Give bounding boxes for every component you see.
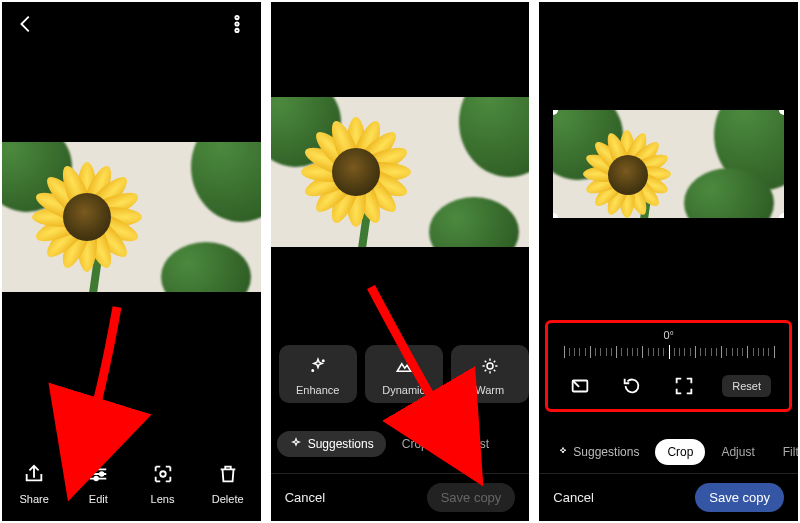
svg-point-7 <box>322 360 324 362</box>
rotation-ruler[interactable] <box>564 344 774 364</box>
rotate-icon[interactable] <box>618 372 646 400</box>
tab-label: Adjust <box>456 437 489 451</box>
sliders-icon <box>83 459 113 489</box>
screen-edit-crop: 0° Reset Suggestions Crop Adjust Filters… <box>539 2 798 521</box>
suggestion-label: Dynamic <box>382 384 425 396</box>
edit-button[interactable]: Edit <box>83 459 113 505</box>
svg-point-3 <box>93 468 97 472</box>
tab-suggestions[interactable]: Suggestions <box>277 431 386 457</box>
tab-label: Filters <box>783 445 798 459</box>
suggestion-label: Warm <box>475 384 504 396</box>
tab-suggestions[interactable]: Suggestions <box>545 439 651 465</box>
delete-button[interactable]: Delete <box>212 459 244 505</box>
svg-point-0 <box>235 16 238 19</box>
save-copy-button[interactable]: Save copy <box>695 483 784 512</box>
svg-point-6 <box>160 471 166 477</box>
suggestion-warm[interactable]: Warm <box>451 345 529 403</box>
svg-point-5 <box>95 477 99 481</box>
more-icon[interactable] <box>223 10 251 38</box>
photo-preview[interactable] <box>271 97 530 247</box>
annotation-arrow <box>62 302 132 466</box>
svg-point-2 <box>235 29 238 32</box>
suggestion-enhance[interactable]: Enhance <box>279 345 357 403</box>
delete-label: Delete <box>212 493 244 505</box>
tab-adjust[interactable]: Adjust <box>444 431 498 457</box>
tab-label: Adjust <box>721 445 754 459</box>
aspect-ratio-icon[interactable] <box>566 372 594 400</box>
rotation-degree: 0° <box>663 329 674 341</box>
svg-point-8 <box>312 370 314 372</box>
trash-icon <box>213 459 243 489</box>
tab-label: Crop <box>667 445 693 459</box>
edit-label: Edit <box>89 493 108 505</box>
back-icon[interactable] <box>12 10 40 38</box>
suggestion-label: Enhance <box>296 384 339 396</box>
tab-crop[interactable]: Crop <box>390 431 440 457</box>
lens-button[interactable]: Lens <box>148 459 178 505</box>
tab-label: Suggestions <box>573 445 639 459</box>
svg-point-1 <box>235 22 238 25</box>
tab-label: Suggestions <box>308 437 374 451</box>
share-icon <box>19 459 49 489</box>
mountain-icon <box>390 352 418 380</box>
sparkle-icon <box>557 446 569 458</box>
cancel-button[interactable]: Cancel <box>553 490 593 505</box>
crop-preview[interactable] <box>553 110 784 218</box>
svg-point-9 <box>487 363 493 369</box>
tab-adjust[interactable]: Adjust <box>709 439 766 465</box>
lens-label: Lens <box>151 493 175 505</box>
sparkle-icon <box>289 437 303 451</box>
annotation-highlight: 0° Reset <box>545 320 792 412</box>
share-label: Share <box>19 493 48 505</box>
sun-icon <box>476 352 504 380</box>
screen-photo-view: Share Edit Lens Delete <box>2 2 261 521</box>
share-button[interactable]: Share <box>19 459 49 505</box>
cancel-button[interactable]: Cancel <box>285 490 325 505</box>
screen-edit-suggestions: Enhance Dynamic Warm Suggestions Crop Ad… <box>271 2 530 521</box>
crop-handle-br[interactable] <box>779 213 784 218</box>
sparkle-icon <box>304 352 332 380</box>
suggestion-dynamic[interactable]: Dynamic <box>365 345 443 403</box>
svg-point-4 <box>100 472 104 476</box>
lens-icon <box>148 459 178 489</box>
reset-button[interactable]: Reset <box>722 375 771 397</box>
tab-label: Crop <box>402 437 428 451</box>
save-copy-button: Save copy <box>427 483 516 512</box>
tab-filters[interactable]: Filters <box>771 439 798 465</box>
photo-preview[interactable] <box>2 142 261 292</box>
expand-icon[interactable] <box>670 372 698 400</box>
tab-crop[interactable]: Crop <box>655 439 705 465</box>
